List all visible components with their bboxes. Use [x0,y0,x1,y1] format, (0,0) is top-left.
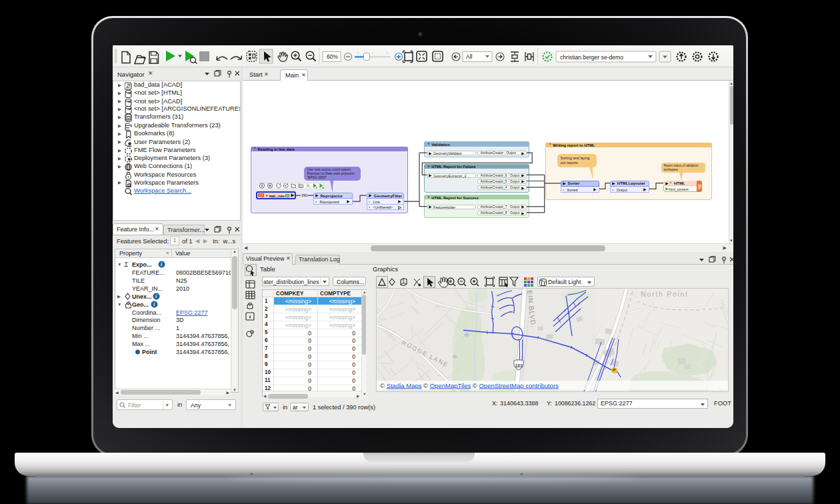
svg-text:183: 183 [515,363,523,368]
svg-text:All: All [466,53,473,60]
svg-text:Σ: Σ [124,261,129,268]
svg-text:christian.berger se-demo: christian.berger se-demo [560,54,623,61]
svg-text:© Stadia Maps © OpenMapTiles ©: © Stadia Maps © OpenMapTiles © OpenStree… [380,382,559,389]
svg-text:North Point: North Point [641,290,689,298]
svg-text:60%: 60% [327,53,338,60]
